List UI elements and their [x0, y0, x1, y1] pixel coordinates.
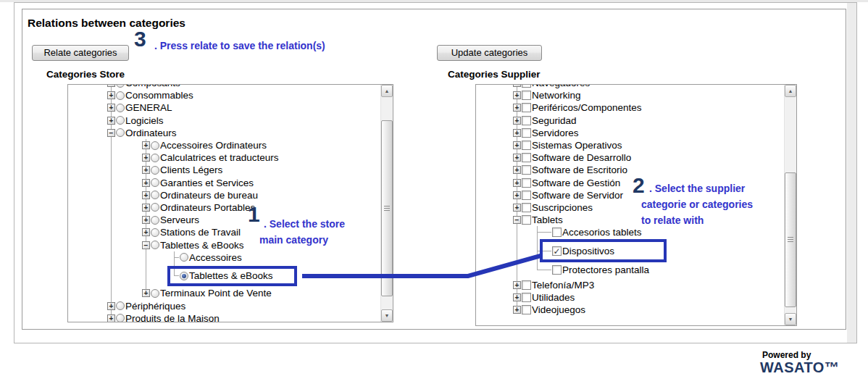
- tree-item-seguridad[interactable]: +Seguridad: [476, 114, 784, 127]
- radio-button[interactable]: [151, 289, 159, 298]
- tree-item-logiciels[interactable]: +Logiciels: [68, 114, 380, 127]
- tree-item-dispositivos[interactable]: ✓Dispositivos: [476, 239, 784, 262]
- expand-icon[interactable]: +: [107, 104, 115, 112]
- radio-selected[interactable]: [180, 272, 188, 280]
- collapse-icon[interactable]: −: [513, 216, 521, 224]
- checkbox[interactable]: [522, 103, 531, 112]
- store-category-tree[interactable]: +Composants+Consommables+GENERAL+Logicie…: [67, 84, 393, 322]
- radio-button[interactable]: [116, 104, 125, 112]
- scrollbar-thumb[interactable]: [381, 120, 393, 296]
- checkbox-checked[interactable]: ✓: [552, 246, 562, 256]
- checkbox[interactable]: [522, 165, 531, 175]
- expand-icon[interactable]: +: [142, 141, 150, 149]
- collapse-icon[interactable]: −: [107, 129, 115, 137]
- expand-icon[interactable]: +: [107, 314, 115, 322]
- checkbox[interactable]: [522, 116, 531, 125]
- tree-item-utilidades[interactable]: +Utilidades: [476, 291, 784, 304]
- tree-item-ordinateurs-de-bureau[interactable]: +Ordinateurs de bureau: [68, 189, 380, 201]
- expand-icon[interactable]: +: [142, 191, 150, 199]
- expand-icon[interactable]: +: [142, 166, 150, 174]
- tree-item-accessoires[interactable]: Accessoires: [68, 251, 380, 264]
- checkbox[interactable]: [522, 191, 531, 200]
- radio-button[interactable]: [116, 128, 125, 137]
- checkbox[interactable]: [522, 215, 531, 225]
- tree-item-calculatrices-et-traducteurs[interactable]: +Calculatrices et traducteurs: [68, 151, 380, 164]
- expand-icon[interactable]: +: [142, 179, 150, 187]
- tree-item-software-de-desarrollo[interactable]: +Software de Desarrollo: [476, 151, 784, 164]
- scroll-up-icon[interactable]: ▲: [785, 85, 796, 97]
- checkbox[interactable]: [522, 141, 531, 150]
- expand-icon[interactable]: +: [513, 281, 521, 289]
- expand-icon[interactable]: +: [513, 154, 521, 162]
- radio-button[interactable]: [151, 241, 159, 249]
- tree-item-sistemas-operativos[interactable]: +Sistemas Operativos: [476, 139, 784, 151]
- expand-icon[interactable]: +: [513, 129, 521, 137]
- checkbox[interactable]: [522, 305, 531, 314]
- tree-item-tablettes-ebooks[interactable]: Tablettes & eBooks: [68, 266, 380, 286]
- expand-icon[interactable]: +: [107, 302, 115, 310]
- tree-item-ordinateurs-portables[interactable]: +Ordinateurs Portables: [68, 201, 380, 214]
- store-tree-scrollbar[interactable]: ▲ ▼: [380, 85, 393, 322]
- scroll-up-icon[interactable]: ▲: [381, 85, 393, 97]
- expand-icon[interactable]: +: [513, 84, 521, 87]
- checkbox[interactable]: [522, 84, 531, 88]
- radio-button[interactable]: [151, 228, 159, 237]
- expand-icon[interactable]: +: [142, 204, 150, 212]
- checkbox[interactable]: [522, 178, 531, 188]
- expand-icon[interactable]: +: [513, 191, 521, 199]
- checkbox[interactable]: [522, 293, 531, 302]
- scroll-down-icon[interactable]: ▼: [381, 309, 393, 322]
- radio-button[interactable]: [151, 203, 159, 212]
- expand-icon[interactable]: +: [107, 117, 115, 125]
- radio-button[interactable]: [151, 154, 159, 162]
- expand-icon[interactable]: +: [142, 154, 150, 162]
- tree-item-telefon-a-mp3[interactable]: +Telefonía/MP3: [476, 279, 784, 291]
- radio-button[interactable]: [180, 253, 188, 262]
- expand-icon[interactable]: +: [513, 166, 521, 174]
- checkbox[interactable]: [552, 265, 562, 275]
- tree-item-software-de-escritorio[interactable]: +Software de Escritorio: [476, 164, 784, 176]
- tree-item-general[interactable]: +GENERAL: [68, 101, 380, 114]
- radio-button[interactable]: [151, 166, 159, 175]
- scroll-down-icon[interactable]: ▼: [785, 313, 796, 325]
- tree-item-accessoires-ordinateurs[interactable]: +Accessoires Ordinateurs: [68, 139, 380, 151]
- expand-icon[interactable]: +: [142, 228, 150, 236]
- expand-icon[interactable]: +: [142, 216, 150, 224]
- tree-item-perif-ricos-componentes[interactable]: +Periféricos/Componentes: [476, 101, 784, 114]
- checkbox[interactable]: [522, 153, 531, 162]
- tree-item-terminaux-point-de-vente[interactable]: +Terminaux Point de Vente: [68, 287, 380, 299]
- expand-icon[interactable]: +: [513, 141, 521, 149]
- expand-icon[interactable]: +: [513, 117, 521, 125]
- checkbox[interactable]: [522, 203, 531, 212]
- expand-icon[interactable]: +: [513, 204, 521, 212]
- expand-icon[interactable]: +: [513, 179, 521, 187]
- tree-item-composants[interactable]: +Composants: [68, 84, 380, 89]
- tree-item-servidores[interactable]: +Servidores: [476, 127, 784, 139]
- radio-button[interactable]: [116, 301, 125, 310]
- expand-icon[interactable]: +: [142, 289, 150, 297]
- tree-item-ordinateurs[interactable]: −Ordinateurs: [68, 127, 380, 139]
- expand-icon[interactable]: +: [513, 306, 521, 314]
- supplier-tree-scrollbar[interactable]: ▲ ▼: [784, 85, 796, 325]
- tree-item-produits-de-la-maison[interactable]: +Produits de la Maison: [68, 312, 380, 322]
- tree-item-consommables[interactable]: +Consommables: [68, 89, 380, 101]
- relate-categories-button[interactable]: Relate categories: [32, 45, 129, 61]
- radio-button[interactable]: [116, 314, 125, 322]
- checkbox[interactable]: [552, 228, 562, 237]
- tree-item-clients-l-gers[interactable]: +Clients Légers: [68, 164, 380, 176]
- checkbox[interactable]: [522, 280, 531, 290]
- radio-button[interactable]: [151, 141, 159, 150]
- collapse-icon[interactable]: −: [142, 241, 150, 249]
- radio-button[interactable]: [151, 216, 159, 225]
- tree-item-p-riph-riques[interactable]: +Périphériques: [68, 300, 380, 312]
- tree-item-videojuegos[interactable]: +Videojuegos: [476, 304, 784, 316]
- expand-icon[interactable]: +: [107, 91, 115, 99]
- checkbox[interactable]: [522, 91, 531, 100]
- expand-icon[interactable]: +: [107, 84, 115, 87]
- radio-button[interactable]: [116, 84, 125, 88]
- tree-item-networking[interactable]: +Networking: [476, 89, 784, 101]
- radio-button[interactable]: [151, 178, 159, 187]
- radio-button[interactable]: [151, 191, 159, 199]
- checkbox[interactable]: [522, 128, 531, 138]
- expand-icon[interactable]: +: [513, 293, 521, 301]
